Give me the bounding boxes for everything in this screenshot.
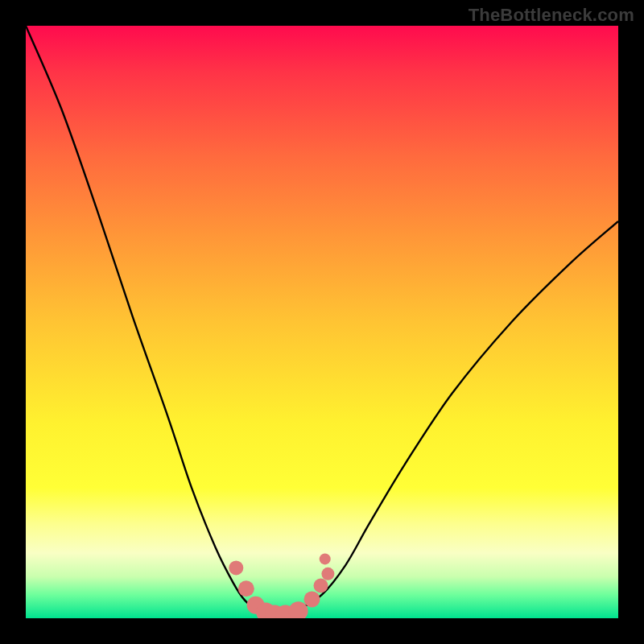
left-cluster-point <box>229 560 243 575</box>
chart-plot-area <box>26 26 618 618</box>
chart-frame: TheBottleneck.com <box>0 0 644 644</box>
right-cluster-point <box>289 601 308 618</box>
chart-svg <box>26 26 618 618</box>
right-cluster-point <box>304 591 320 607</box>
left-cluster-point <box>238 580 254 597</box>
right-cluster-point <box>321 568 334 580</box>
right-cluster-point <box>314 579 328 593</box>
right-cluster-point <box>320 553 331 564</box>
watermark-text: TheBottleneck.com <box>469 5 634 26</box>
bottleneck-curve <box>26 26 618 616</box>
curve-markers <box>229 553 334 618</box>
